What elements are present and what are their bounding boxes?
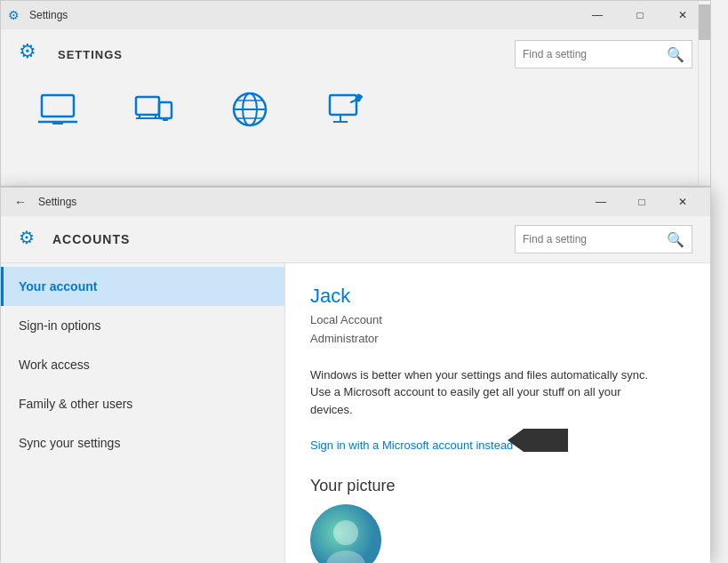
- sidebar-label-sign-in: Sign-in options: [19, 318, 101, 333]
- user-name: Jack: [310, 285, 685, 308]
- close-button[interactable]: ✕: [662, 188, 703, 216]
- arrow-shape: [524, 429, 568, 452]
- sidebar-item-sign-in-options[interactable]: Sign-in options: [1, 306, 284, 345]
- sidebar: Your account Sign-in options Work access…: [1, 263, 285, 563]
- bg-titlebar: ⚙ Settings — □ ✕: [1, 1, 710, 29]
- bg-minimize-button[interactable]: —: [577, 1, 618, 29]
- sidebar-item-your-account[interactable]: Your account: [1, 267, 284, 306]
- brush-monitor-icon: [324, 88, 367, 131]
- sidebar-label-family-users: Family & other users: [19, 397, 132, 411]
- main-body: Your account Sign-in options Work access…: [1, 263, 710, 563]
- sidebar-item-sync-settings[interactable]: Sync your settings: [1, 423, 284, 462]
- devices-icon-item[interactable]: [132, 88, 175, 131]
- svg-rect-13: [330, 95, 356, 115]
- system-icon-item[interactable]: [36, 88, 79, 131]
- main-gear-icon: ⚙: [19, 227, 44, 252]
- bg-titlebar-controls: — □ ✕: [577, 1, 703, 29]
- content-area: Jack Local Account Administrator Windows…: [285, 263, 710, 563]
- svg-point-19: [333, 520, 358, 545]
- maximize-button[interactable]: □: [621, 188, 662, 216]
- sidebar-label-work-access: Work access: [19, 358, 90, 372]
- bg-scrollbar-thumb[interactable]: [699, 4, 710, 40]
- svg-rect-0: [42, 95, 74, 117]
- account-type-label: Local Account: [310, 313, 382, 326]
- arrow-indicator: [524, 429, 568, 452]
- main-header-title: ACCOUNTS: [52, 232, 130, 246]
- bg-header: ⚙ SETTINGS 🔍: [1, 29, 710, 79]
- bg-maximize-button[interactable]: □: [620, 1, 660, 29]
- sidebar-label-sync: Sync your settings: [19, 436, 120, 450]
- main-header: ⚙ ACCOUNTS 🔍: [1, 216, 710, 263]
- main-titlebar-controls: — □ ✕: [580, 188, 703, 216]
- main-search-box[interactable]: 🔍: [515, 225, 692, 253]
- main-titlebar: ← Settings — □ ✕: [1, 188, 710, 216]
- user-account-type: Local Account Administrator: [310, 311, 685, 349]
- ms-account-link[interactable]: Sign in with a Microsoft account instead: [310, 438, 513, 452]
- svg-rect-4: [159, 102, 172, 118]
- bg-icon-row: [1, 79, 710, 140]
- bg-gear-icon: ⚙: [19, 40, 47, 68]
- main-search-icon: 🔍: [667, 231, 684, 248]
- accounts-settings-window: ← Settings — □ ✕ ⚙ ACCOUNTS 🔍 Your accou…: [0, 187, 711, 560]
- globe-icon: [228, 88, 271, 131]
- main-titlebar-title: Settings: [38, 196, 580, 208]
- main-search-input[interactable]: [523, 233, 667, 245]
- bg-search-input[interactable]: [523, 48, 667, 60]
- bg-titlebar-title: Settings: [29, 9, 577, 21]
- sidebar-label-your-account: Your account: [19, 279, 97, 294]
- bg-header-title: SETTINGS: [58, 48, 123, 61]
- sync-message: Windows is better when your settings and…: [310, 366, 666, 419]
- network-icon-item[interactable]: [228, 88, 271, 131]
- bg-settings-icon: ⚙: [8, 8, 22, 22]
- laptop-icon: [36, 88, 79, 131]
- svg-rect-3: [136, 97, 159, 115]
- user-avatar: [310, 504, 381, 563]
- bg-search-icon: 🔍: [667, 46, 684, 63]
- svg-rect-2: [52, 122, 63, 125]
- back-button[interactable]: ←: [8, 189, 33, 214]
- bg-scrollbar[interactable]: [698, 1, 710, 186]
- sidebar-item-family-users[interactable]: Family & other users: [1, 384, 284, 423]
- personalization-icon-item[interactable]: [324, 88, 367, 131]
- minimize-button[interactable]: —: [580, 188, 621, 216]
- avatar-image: [310, 504, 381, 563]
- your-picture-heading: Your picture: [310, 477, 685, 495]
- devices-icon: [132, 88, 175, 131]
- bg-search-box[interactable]: 🔍: [515, 40, 692, 68]
- account-role-label: Administrator: [310, 332, 379, 345]
- background-settings-window: ⚙ Settings — □ ✕ ⚙ SETTINGS 🔍: [0, 0, 711, 187]
- svg-rect-7: [163, 118, 168, 121]
- sidebar-item-work-access[interactable]: Work access: [1, 345, 284, 384]
